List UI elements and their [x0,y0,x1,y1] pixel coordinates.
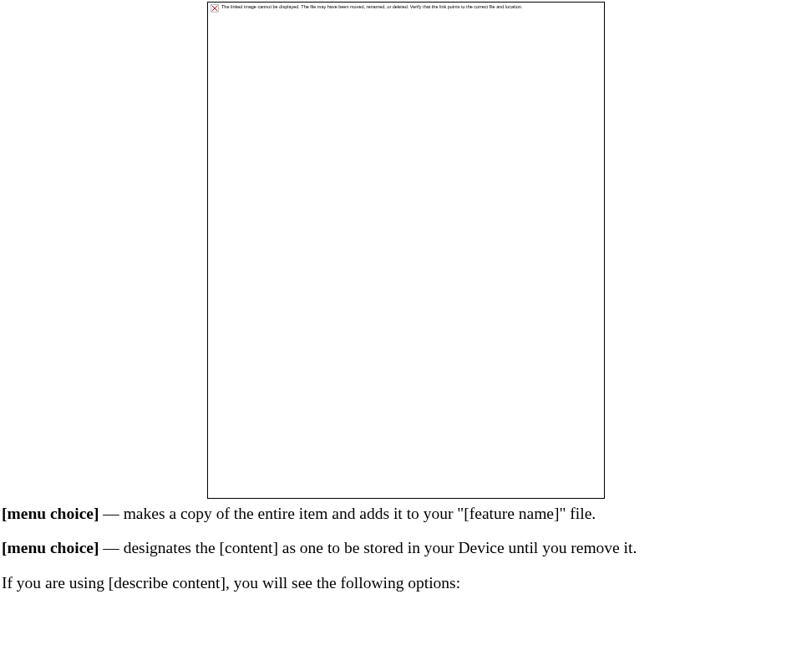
broken-image-box: The linked image cannot be displayed. Th… [207,2,605,499]
menu-description: makes a copy of the entire item and adds… [124,505,596,522]
menu-label: [menu choice] [2,505,99,522]
image-placeholder-row: The linked image cannot be displayed. Th… [211,4,601,13]
document-body: [menu choice] — makes a copy of the enti… [0,502,812,594]
menu-description: designates the [content] as one to be st… [124,539,637,556]
separator: — [99,505,123,522]
menu-entry: [menu choice] — designates the [content]… [2,536,809,559]
followup-text: If you are using [describe content], you… [2,571,809,594]
broken-image-text: The linked image cannot be displayed. Th… [221,4,522,10]
broken-image-icon [211,4,219,13]
separator: — [99,539,123,556]
menu-entry: [menu choice] — makes a copy of the enti… [2,502,809,525]
menu-label: [menu choice] [2,539,99,556]
